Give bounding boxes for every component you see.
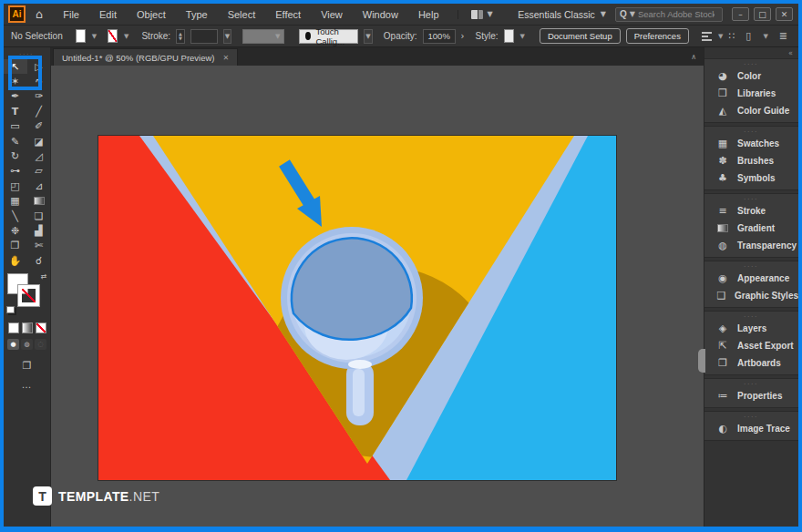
menu-help[interactable]: Help xyxy=(418,9,439,20)
rectangle-tool[interactable]: ▭ xyxy=(4,119,27,134)
canvas-pasteboard[interactable] xyxy=(51,66,704,527)
width-tool[interactable]: ⊶ xyxy=(4,164,27,179)
panel-button-libraries[interactable]: ❒ Libraries xyxy=(704,85,798,102)
shape-builder-tool[interactable]: ◰ xyxy=(4,179,27,193)
panel-drag-handle[interactable]: ∙∙∙∙ xyxy=(704,261,798,270)
none-button[interactable] xyxy=(36,322,46,333)
dock-flyout-handle[interactable] xyxy=(698,349,705,373)
workspace-switcher[interactable]: Essentials Classic ▼ xyxy=(518,9,606,20)
panel-drag-handle[interactable]: ∙∙∙∙ xyxy=(704,194,798,202)
menu-select[interactable]: Select xyxy=(228,9,256,20)
menu-object[interactable]: Object xyxy=(137,9,166,20)
perspective-grid-tool[interactable]: ⊿ xyxy=(27,179,51,193)
panel-button-layers[interactable]: ◈ Layers xyxy=(704,320,798,337)
menu-edit[interactable]: Edit xyxy=(99,9,117,20)
chevron-down-icon[interactable]: ▼ xyxy=(92,33,97,40)
eyedropper-tool[interactable]: ╲ xyxy=(4,209,27,223)
opacity-field[interactable]: 100% xyxy=(423,29,456,44)
stroke-weight-stepper[interactable]: ▲▼ xyxy=(176,29,185,44)
color-button[interactable] xyxy=(8,322,19,333)
pen-tool[interactable]: ✒ xyxy=(4,89,27,104)
tab-close-icon[interactable]: ✕ xyxy=(223,54,230,62)
panel-button-transparency[interactable]: ◍ Transparency xyxy=(704,237,798,254)
panel-button-swatches[interactable]: ▦ Swatches xyxy=(704,135,798,152)
stroke-color-swatch[interactable] xyxy=(108,29,118,43)
menu-file[interactable]: File xyxy=(63,9,79,20)
chevron-down-icon[interactable]: ▼ xyxy=(124,33,129,40)
column-graph-tool[interactable]: ▟ xyxy=(27,223,51,238)
arrange-documents-button[interactable]: ▼ xyxy=(458,10,493,19)
brush-definition-dropdown[interactable]: Touch Callig... xyxy=(299,29,358,44)
slice-tool[interactable]: ✄ xyxy=(27,239,51,253)
shaper-tool[interactable]: ✎ xyxy=(4,134,27,148)
opacity-expand-icon[interactable]: › xyxy=(461,31,465,41)
style-swatch[interactable] xyxy=(504,29,514,43)
curvature-tool[interactable]: ✑ xyxy=(27,89,51,104)
minimize-button[interactable]: – xyxy=(732,7,749,21)
stock-search-box[interactable]: Q ▼ xyxy=(615,7,723,22)
change-screen-mode-button[interactable]: ❐ xyxy=(4,360,50,372)
chevron-down-icon[interactable]: ▼ xyxy=(718,33,723,40)
maximize-button[interactable]: □ xyxy=(754,7,771,21)
panel-button-appearance[interactable]: ◉ Appearance xyxy=(704,270,798,287)
menu-window[interactable]: Window xyxy=(363,9,398,20)
panel-button-image-trace[interactable]: ◐ Image Trace xyxy=(704,420,798,437)
panel-button-brushes[interactable]: ✽ Brushes xyxy=(704,152,798,169)
panel-button-properties[interactable]: ≔ Properties xyxy=(704,387,798,404)
brush-dropdown-chevron[interactable]: ▼ xyxy=(364,29,373,44)
preferences-button[interactable]: Preferences xyxy=(626,28,689,44)
free-transform-tool[interactable]: ▱ xyxy=(27,164,51,179)
line-segment-tool[interactable]: ╱ xyxy=(27,104,51,118)
stroke-weight-label[interactable]: Stroke: xyxy=(141,31,170,41)
panel-button-asset-export[interactable]: ⇱ Asset Export xyxy=(704,337,798,354)
dock-panel-icon[interactable]: ▯ xyxy=(745,30,751,42)
align-options-icon[interactable] xyxy=(702,32,712,41)
panel-drag-handle[interactable]: ∙∙∙∙ xyxy=(704,312,798,320)
mesh-tool[interactable]: ▦ xyxy=(4,194,27,209)
panel-drag-handle[interactable]: ∙∙∙∙ xyxy=(704,59,798,67)
panel-button-color[interactable]: ◕ Color xyxy=(704,67,798,85)
search-input[interactable] xyxy=(638,9,715,19)
opacity-label[interactable]: Opacity: xyxy=(384,31,417,41)
scale-tool[interactable]: ◿ xyxy=(27,148,51,163)
stroke-weight-dropdown[interactable]: ▼ xyxy=(223,29,232,44)
menu-effect[interactable]: Effect xyxy=(275,9,301,20)
touch-workspace-icon[interactable]: ∷ xyxy=(728,30,735,42)
panel-button-artboards[interactable]: ❐ Artboards xyxy=(704,354,798,372)
panel-button-color-guide[interactable]: ◭ Color Guide xyxy=(704,102,798,119)
chevron-down-icon[interactable]: ▼ xyxy=(763,33,767,40)
panel-drag-handle[interactable]: ∙∙∙∙ xyxy=(704,127,798,135)
edit-toolbar-button[interactable]: … xyxy=(4,379,50,390)
fill-color-swatch[interactable] xyxy=(76,29,86,43)
hand-tool[interactable]: ✋ xyxy=(4,253,27,268)
type-tool[interactable]: T xyxy=(4,104,27,118)
panel-menu-icon[interactable]: ≣ xyxy=(779,30,787,42)
close-button[interactable]: ✕ xyxy=(776,7,793,21)
tab-overflow-icon[interactable]: ∧ xyxy=(691,53,696,61)
stroke-proxy-swatch[interactable] xyxy=(18,285,39,306)
panel-drag-handle[interactable]: ∙∙∙∙ xyxy=(704,412,798,420)
symbol-sprayer-tool[interactable]: ❉ xyxy=(4,223,27,238)
swap-fill-stroke-icon[interactable]: ⇄ xyxy=(41,272,47,281)
collapse-dock-icon[interactable]: « xyxy=(704,47,798,58)
default-fill-stroke-icon[interactable] xyxy=(6,306,15,313)
gradient-tool[interactable] xyxy=(27,194,51,209)
panel-button-stroke[interactable]: ≡ Stroke xyxy=(704,202,798,220)
document-tab[interactable]: Untitled-1* @ 50% (RGB/GPU Preview) ✕ xyxy=(53,48,238,66)
artboard-canvas[interactable] xyxy=(98,136,616,480)
home-icon[interactable]: ⌂ xyxy=(36,7,43,21)
panel-button-graphic-styles[interactable]: ❑ Graphic Styles xyxy=(704,287,798,304)
draw-behind-mode-button[interactable]: ◍ xyxy=(21,339,33,350)
artboard-tool[interactable]: ❐ xyxy=(4,239,27,253)
gradient-button[interactable] xyxy=(22,322,33,333)
panel-button-symbols[interactable]: ♣ Symbols xyxy=(704,169,798,187)
draw-normal-mode-button[interactable]: ● xyxy=(7,339,19,350)
stroke-weight-field[interactable] xyxy=(190,29,218,44)
zoom-tool[interactable]: ☌ xyxy=(27,253,51,268)
document-setup-button[interactable]: Document Setup xyxy=(540,28,621,44)
rotate-tool[interactable]: ↻ xyxy=(4,148,27,163)
blend-tool[interactable]: ❏ xyxy=(27,209,51,223)
chevron-down-icon[interactable]: ▼ xyxy=(520,33,525,40)
panel-drag-handle[interactable]: ∙∙∙∙ xyxy=(704,379,798,387)
menu-view[interactable]: View xyxy=(321,9,343,20)
